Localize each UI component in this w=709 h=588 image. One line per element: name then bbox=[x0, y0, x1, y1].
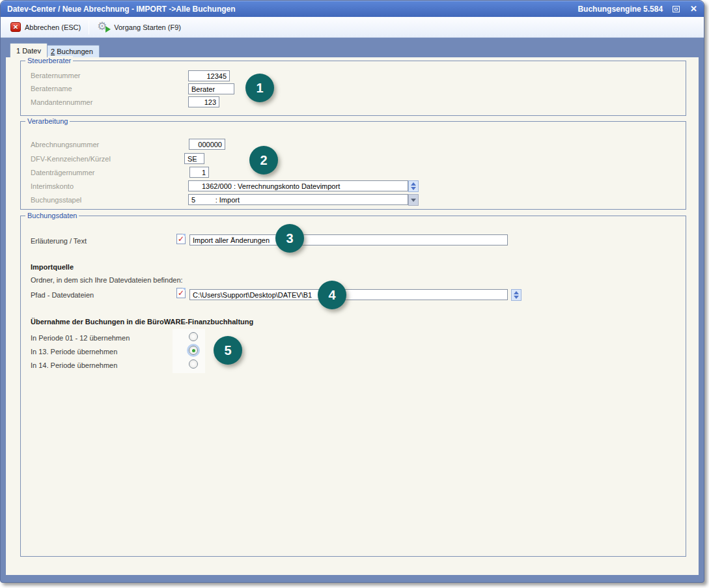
radio-periode-14[interactable] bbox=[189, 359, 198, 369]
cancel-button[interactable]: ✕ Abbrechen (ESC) bbox=[6, 20, 85, 34]
pfad-spinner[interactable] bbox=[511, 289, 521, 301]
gear-start-icon: ⚙ bbox=[97, 21, 110, 33]
erlaeuterung-checked-icon[interactable]: ✓ bbox=[176, 234, 186, 244]
abrechnungsnummer-input[interactable] bbox=[189, 139, 225, 150]
green-arrow-icon bbox=[105, 26, 111, 33]
radio-periode-14-label: In 14. Periode übernehmen bbox=[31, 361, 117, 370]
title-bar: Datev-Center / Neue Abrechnung - IMPORT … bbox=[1, 1, 704, 17]
pfad-label: Pfad - Datevdateien bbox=[31, 290, 94, 300]
tab-strip: 1 Datev 2 Buchungen bbox=[1, 38, 704, 57]
app-window: Datev-Center / Neue Abrechnung - IMPORT … bbox=[0, 0, 704, 583]
step-badge-4: 4 bbox=[318, 281, 346, 309]
maximize-button[interactable] bbox=[672, 5, 681, 13]
toolbar-separator bbox=[89, 20, 89, 35]
tab-page-datev: Steuerberater Beraternummer Beratername … bbox=[6, 57, 699, 575]
tab-datev[interactable]: 1 Datev bbox=[10, 43, 48, 57]
spinner-up-icon bbox=[514, 291, 519, 294]
interimskonto-spinner[interactable] bbox=[408, 180, 419, 192]
step-badge-2: 2 bbox=[249, 146, 278, 175]
ordner-hint-text: Ordner, in dem sich Ihre Datevdateien be… bbox=[31, 275, 183, 285]
version-label: Buchungsengine 5.584 bbox=[577, 5, 663, 14]
pfad-input[interactable] bbox=[189, 289, 508, 300]
interimskonto-label: Interimskonto bbox=[31, 182, 74, 191]
step-badge-1: 1 bbox=[245, 74, 274, 102]
radio-periode-13[interactable] bbox=[189, 346, 198, 355]
step-badge-5: 5 bbox=[214, 336, 242, 365]
start-button-label: Vorgang Starten (F9) bbox=[114, 23, 181, 31]
mandantennummer-label: Mandantennummer bbox=[31, 98, 92, 107]
abrechnungsnummer-label: Abrechnungsnummer bbox=[31, 140, 99, 149]
fieldset-verarbeitung: Verarbeitung Abrechnungsnummer DFV-Kennz… bbox=[20, 121, 686, 210]
spinner-down-icon bbox=[514, 296, 519, 299]
chevron-down-icon bbox=[411, 199, 416, 202]
dfv-kennzeichen-label: DFV-Kennzeichen/Kürzel bbox=[31, 154, 111, 163]
radio-periode-01-12[interactable] bbox=[189, 332, 198, 341]
window-title: Datev-Center / Neue Abrechnung - IMPORT … bbox=[7, 5, 236, 14]
uebernahme-heading: Übernahme der Buchungen in die BüroWARE-… bbox=[31, 318, 253, 326]
pfad-checked-icon[interactable]: ✓ bbox=[176, 288, 186, 298]
radio-periode-13-label: In 13. Periode übernehmen bbox=[31, 347, 117, 356]
toolbar: ✕ Abbrechen (ESC) ⚙ Vorgang Starten (F9) bbox=[1, 17, 704, 38]
buchungsstapel-label: Buchungsstapel bbox=[31, 195, 81, 204]
fieldset-buchungsdaten-legend: Buchungsdaten bbox=[25, 211, 79, 220]
cancel-x-icon: ✕ bbox=[10, 22, 21, 32]
beraternummer-input[interactable] bbox=[188, 70, 230, 81]
buchungsstapel-dropdown-button[interactable] bbox=[408, 194, 419, 206]
spinner-up-icon bbox=[411, 182, 416, 186]
interimskonto-input[interactable] bbox=[188, 180, 408, 191]
close-icon: ✕ bbox=[690, 4, 697, 14]
fieldset-verarbeitung-legend: Verarbeitung bbox=[25, 117, 70, 126]
fieldset-buchungsdaten: Buchungsdaten Erläuterung / Text ✓ Impor… bbox=[20, 216, 686, 557]
datentraegernummer-input[interactable] bbox=[189, 167, 209, 178]
fieldset-steuerberater: Steuerberater Beraternummer Beratername … bbox=[20, 61, 686, 116]
dfv-kennzeichen-input[interactable] bbox=[184, 153, 204, 164]
beraternummer-label: Beraternummer bbox=[31, 71, 80, 80]
close-button[interactable]: ✕ bbox=[690, 5, 697, 13]
step-badge-3: 3 bbox=[275, 224, 304, 253]
start-process-button[interactable]: ⚙ Vorgang Starten (F9) bbox=[92, 20, 186, 35]
beratername-label: Beratername bbox=[31, 84, 72, 93]
fieldset-steuerberater-legend: Steuerberater bbox=[25, 56, 73, 65]
mandantennummer-input[interactable] bbox=[188, 96, 219, 107]
erlaeuterung-label: Erläuterung / Text bbox=[31, 236, 87, 245]
tab-datev-label: 1 Datev bbox=[16, 47, 41, 55]
tab-buchungen-label: Buchungen bbox=[55, 48, 93, 55]
erlaeuterung-input[interactable] bbox=[189, 234, 508, 245]
importquelle-heading: Importquelle bbox=[31, 263, 74, 271]
radio-periode-01-12-label: In Periode 01 - 12 übernehmen bbox=[31, 333, 130, 343]
buchungsstapel-input[interactable] bbox=[188, 194, 408, 205]
cancel-button-label: Abbrechen (ESC) bbox=[25, 23, 81, 31]
beratername-input[interactable] bbox=[188, 83, 234, 94]
spinner-down-icon bbox=[411, 187, 416, 190]
datentraegernummer-label: Datenträgernummer bbox=[31, 168, 94, 177]
